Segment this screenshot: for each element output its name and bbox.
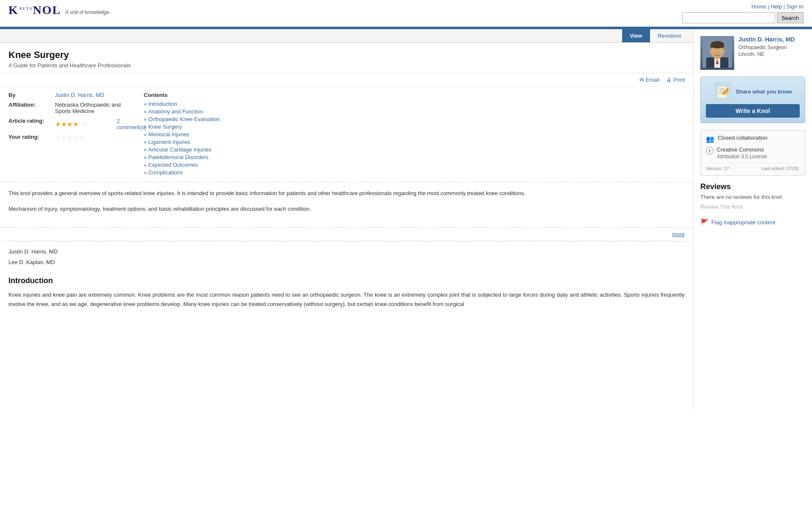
logo-beta: BETA [19, 6, 33, 11]
signin-link[interactable]: Sign In [787, 3, 804, 10]
logo-area: KBETANOL A unit of knowledge. [8, 3, 111, 17]
reviews-section: Reviews There are no reviews for this kn… [700, 182, 805, 210]
collab-closed-row: 👥 Closed collaboration [706, 135, 800, 143]
author-info-sidebar: Justin D. Harris, MD Orthopaedic Surgeon… [738, 36, 805, 57]
list-item: Patellofemoral Disorders [144, 154, 685, 160]
author-location-sidebar: Lincoln, NE [738, 51, 805, 57]
by-label: By [8, 92, 55, 98]
last-edited-label: Last edited: 07/28. [761, 166, 800, 171]
contents-link-meniscal[interactable]: Meniscal Injuries [148, 131, 189, 138]
stars-filled: ★★★★ [55, 120, 79, 128]
reviews-title: Reviews [700, 182, 805, 191]
review-link[interactable]: Review This Knol [700, 204, 805, 210]
header: KBETANOL A unit of knowledge. Home | Hel… [0, 0, 812, 28]
content-area: View Revisions Knee Surgery A Guide for … [0, 29, 694, 410]
sidebar: Justin D. Harris, MD Orthopaedic Surgeon… [694, 29, 812, 410]
contents-title: Contents [144, 92, 685, 98]
cc-icon: i [706, 147, 713, 154]
search-input[interactable] [682, 12, 775, 23]
author-photo-placeholder [700, 36, 734, 70]
list-item: Expected Outcomes [144, 162, 685, 168]
contents-link-patello[interactable]: Patellofemoral Disorders [148, 154, 208, 160]
contents-link-introduction[interactable]: Introduction [148, 101, 177, 107]
rating-label: Article rating: [8, 118, 55, 124]
closed-collab-icon: 👥 [706, 135, 714, 143]
author-link[interactable]: Justin D. Harris, MD [55, 92, 104, 98]
meta-by-row: By Justin D. Harris, MD [8, 92, 135, 98]
print-label: Print [673, 77, 685, 83]
header-right: Home | Help | Sign In Search [682, 3, 804, 23]
contents-link-cartilage[interactable]: Articular Cartilage Injuries [148, 146, 211, 153]
body-paragraph-1: This knol provides a general overview of… [8, 189, 685, 198]
collab-license-row: i Creative Commons Attribution 3.0 Licen… [706, 146, 800, 160]
meta-your-rating-row: Your rating: ☆☆☆☆☆ [8, 134, 135, 142]
flag-section: 🚩 Flag inappropriate content [700, 218, 805, 226]
intro-section: Introduction Knee injuries and knee pain… [0, 276, 693, 317]
list-item: Orthopaedic Knee Evaluation [144, 116, 685, 122]
contents-link-knee-surgery[interactable]: Knee Surgery [148, 124, 182, 130]
flag-link[interactable]: Flag inappropriate content [711, 219, 775, 226]
article-subtitle: A Guide for Patients and Healthcare Prof… [8, 62, 685, 69]
contents-link-knee-eval[interactable]: Orthopaedic Knee Evaluation [148, 116, 220, 122]
article-body: This knol provides a general overview of… [0, 182, 693, 227]
logo-tagline: A unit of knowledge. [65, 9, 110, 15]
svg-point-10 [714, 50, 716, 51]
email-action[interactable]: ✉ Email [639, 77, 660, 83]
version-label: Version: 27 [706, 166, 729, 171]
author-2: Lee D. Kaplan, MD [8, 259, 685, 265]
write-knol-box: Share what you know Write a Knol [700, 77, 805, 123]
tab-view[interactable]: View [622, 29, 650, 42]
write-knol-button[interactable]: Write a Knol [706, 104, 800, 118]
author-title-sidebar: Orthopaedic Surgeon [738, 44, 805, 50]
contents-link-complications[interactable]: Complications [148, 169, 183, 176]
article-title: Knee Surgery [8, 50, 685, 61]
write-knol-text: Share what you know [736, 88, 792, 95]
author-photo [700, 36, 734, 70]
flag-icon: 🚩 [700, 218, 709, 226]
article-header: Knee Surgery A Guide for Patients and He… [0, 43, 693, 73]
tab-revisions[interactable]: Revisions [650, 29, 689, 42]
svg-rect-7 [710, 45, 724, 48]
list-item: Meniscal Injuries [144, 131, 685, 138]
author-name-sidebar[interactable]: Justin D. Harris, MD [738, 36, 805, 43]
nav-links: Home | Help | Sign In [752, 3, 804, 10]
svg-point-11 [719, 50, 721, 51]
cc-sublabel: Attribution 3.0 License [717, 154, 767, 160]
version-row: Version: 27 Last edited: 07/28. [706, 163, 800, 171]
contents-link-ligament[interactable]: Ligament Injuries [148, 139, 190, 145]
tab-bar: View Revisions [0, 29, 693, 43]
author-1: Justin D. Harris, MD [8, 248, 685, 255]
main-container: View Revisions Knee Surgery A Guide for … [0, 29, 812, 410]
list-item: Ligament Injuries [144, 139, 685, 145]
search-area: Search [682, 12, 804, 23]
svg-point-12 [716, 52, 718, 54]
home-link[interactable]: Home [752, 3, 766, 10]
your-stars[interactable]: ☆☆☆☆☆ [55, 134, 85, 142]
logo[interactable]: KBETANOL [8, 3, 61, 17]
meta-left: By Justin D. Harris, MD Affiliation: Neb… [8, 92, 135, 177]
write-knol-inner: Share what you know [714, 82, 792, 101]
list-item: Knee Surgery [144, 124, 685, 130]
closed-collab-label: Closed collaboration [718, 135, 768, 141]
intro-text: Knee injuries and knee pain are extremel… [8, 290, 685, 309]
affiliation-label: Affiliation: [8, 102, 55, 108]
print-action[interactable]: 🖨 Print [666, 77, 685, 83]
affiliation-value: Nebraska Orthopaedic and Sports Medicine [55, 102, 135, 114]
reviews-empty: There are no reviews for this knol. [700, 194, 805, 200]
more-link[interactable]: more [672, 231, 685, 237]
contents-link-anatomy[interactable]: Anatomy and Function [148, 108, 203, 115]
stars-empty: ☆ [82, 120, 88, 128]
list-item: Introduction [144, 101, 685, 107]
meta-rating-row: Article rating: ★★★★ ☆ 2 comment(s) [8, 118, 135, 130]
help-link[interactable]: Help [771, 3, 782, 10]
svg-point-13 [710, 50, 712, 53]
meta-right: Contents Introduction Anatomy and Functi… [144, 92, 685, 177]
email-label: Email [646, 77, 660, 83]
contents-link-outcomes[interactable]: Expected Outcomes [148, 162, 198, 168]
authors-section: Justin D. Harris, MD Lee D. Kaplan, MD [0, 241, 693, 276]
comments-link[interactable]: 2 comment(s) [117, 118, 146, 130]
search-button[interactable]: Search [777, 12, 804, 23]
cc-info: Creative Commons Attribution 3.0 License [717, 146, 767, 160]
intro-heading: Introduction [8, 276, 685, 285]
svg-point-14 [723, 50, 725, 53]
